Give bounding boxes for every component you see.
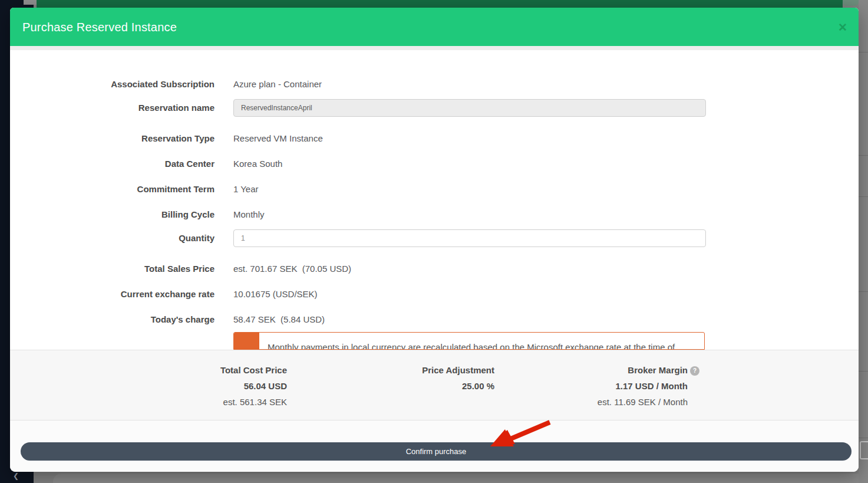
reservation-name-input[interactable] bbox=[233, 99, 706, 117]
modal-title: Purchase Reserved Instance bbox=[22, 20, 177, 34]
summary-value: 1.17 USD / Month bbox=[452, 378, 688, 394]
warning-text: Monthly payments in local currency are r… bbox=[268, 342, 675, 350]
field-data-center: Data Center Korea South bbox=[10, 158, 282, 170]
summary-broker-margin: Broker Margin? 1.17 USD / Month est. 11.… bbox=[452, 362, 688, 410]
field-current-exchange-rate: Current exchange rate 10.01675 (USD/SEK) bbox=[10, 288, 318, 300]
summary-total-cost-price: Total Cost Price 56.04 USD est. 561.34 S… bbox=[51, 362, 287, 410]
summary-label: Broker Margin? bbox=[452, 362, 688, 378]
background-row-divider bbox=[859, 196, 868, 197]
background-row-divider bbox=[859, 155, 868, 156]
sidebar-scrollbar-thumb[interactable] bbox=[24, 0, 37, 5]
field-label: Data Center bbox=[10, 158, 214, 170]
field-todays-charge: Today's charge 58.47 SEK (5.84 USD) bbox=[10, 314, 325, 326]
field-value: 10.01675 (USD/SEK) bbox=[233, 288, 318, 300]
field-reservation-type: Reservation Type Reserved VM Instance bbox=[10, 133, 323, 144]
app-navbar bbox=[37, 0, 843, 8]
field-label: Associated Subscription bbox=[10, 78, 214, 90]
field-label: Quantity bbox=[10, 229, 214, 247]
field-label: Total Sales Price bbox=[10, 263, 214, 275]
modal-header: Purchase Reserved Instance ✕ bbox=[10, 8, 859, 46]
field-label: Reservation Type bbox=[10, 133, 214, 144]
field-total-sales-price: Total Sales Price est. 701.67 SEK (70.05… bbox=[10, 263, 351, 275]
purchase-reserved-instance-modal: Purchase Reserved Instance ✕ Associated … bbox=[10, 8, 859, 472]
field-value: est. 701.67 SEK (70.05 USD) bbox=[233, 263, 351, 275]
background-row-divider bbox=[859, 371, 868, 372]
background-form-control bbox=[860, 441, 868, 459]
page-scrollbar-track[interactable] bbox=[859, 0, 868, 483]
summary-label: Total Cost Price bbox=[51, 362, 287, 378]
field-label: Reservation name bbox=[10, 99, 214, 117]
help-icon[interactable]: ? bbox=[690, 366, 699, 376]
navbar-scroll-thumb bbox=[843, 0, 859, 6]
field-value: Monthly bbox=[233, 209, 265, 221]
summary-estimate: est. 561.34 SEK bbox=[51, 394, 287, 410]
summary-label-text: Broker Margin bbox=[628, 365, 688, 375]
field-commitment-term: Commitment Term 1 Year bbox=[10, 183, 259, 195]
field-value: Korea South bbox=[233, 158, 282, 170]
background-row-divider bbox=[859, 52, 868, 52]
background-row-divider bbox=[859, 291, 868, 292]
field-label: Commitment Term bbox=[10, 183, 214, 195]
exchange-rate-warning: Monthly payments in local currency are r… bbox=[233, 332, 705, 350]
background-row-divider bbox=[859, 438, 868, 438]
sidebar-collapse-icon[interactable]: ❮ bbox=[13, 471, 19, 481]
field-quantity: Quantity bbox=[10, 229, 706, 247]
field-label: Billing Cycle bbox=[10, 209, 214, 221]
field-label: Current exchange rate bbox=[10, 288, 214, 300]
summary-value: 56.04 USD bbox=[51, 378, 287, 394]
modal-actions: Confirm purchase bbox=[10, 420, 859, 472]
cost-summary-bar: Total Cost Price 56.04 USD est. 561.34 S… bbox=[10, 350, 859, 420]
field-value: Azure plan - Container bbox=[233, 78, 322, 90]
field-billing-cycle: Billing Cycle Monthly bbox=[10, 209, 265, 221]
field-value: 1 Year bbox=[233, 183, 259, 195]
confirm-purchase-button[interactable]: Confirm purchase bbox=[21, 442, 852, 461]
field-value: Reserved VM Instance bbox=[233, 133, 323, 144]
close-icon[interactable]: ✕ bbox=[838, 20, 847, 34]
field-reservation-name: Reservation name bbox=[10, 99, 706, 117]
modal-header-divider bbox=[10, 46, 859, 50]
field-label: Today's charge bbox=[10, 314, 214, 326]
background-content-panel bbox=[53, 474, 859, 483]
quantity-input[interactable] bbox=[233, 229, 706, 247]
warning-icon bbox=[234, 333, 259, 350]
field-value: 58.47 SEK (5.84 USD) bbox=[233, 314, 325, 326]
field-associated-subscription: Associated Subscription Azure plan - Con… bbox=[10, 78, 322, 90]
summary-estimate: est. 11.69 SEK / Month bbox=[452, 394, 688, 410]
